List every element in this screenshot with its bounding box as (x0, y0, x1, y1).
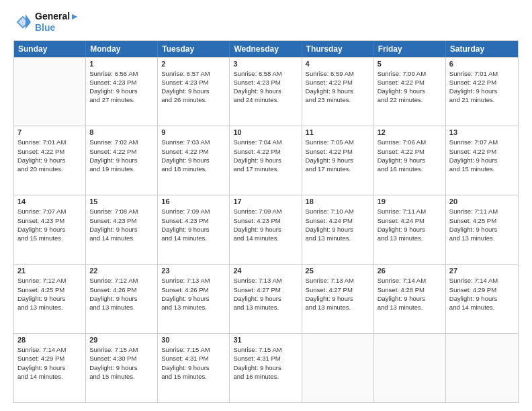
cal-cell-4-3: 31Sunrise: 7:15 AMSunset: 4:31 PMDayligh… (230, 334, 302, 402)
cal-cell-4-0: 28Sunrise: 7:14 AMSunset: 4:29 PMDayligh… (14, 334, 86, 402)
cal-cell-0-6: 6Sunrise: 7:01 AMSunset: 4:22 PMDaylight… (446, 58, 518, 126)
cal-cell-3-6: 27Sunrise: 7:14 AMSunset: 4:29 PMDayligh… (446, 265, 518, 333)
header-cell-saturday: Saturday (446, 41, 518, 57)
header-cell-tuesday: Tuesday (158, 41, 230, 57)
day-number: 30 (161, 336, 226, 344)
cal-cell-3-3: 24Sunrise: 7:13 AMSunset: 4:27 PMDayligh… (230, 265, 302, 333)
cal-cell-1-5: 12Sunrise: 7:06 AMSunset: 4:22 PMDayligh… (374, 126, 446, 195)
cal-cell-2-0: 14Sunrise: 7:07 AMSunset: 4:23 PMDayligh… (14, 195, 86, 264)
cal-cell-0-3: 3Sunrise: 6:58 AMSunset: 4:23 PMDaylight… (230, 58, 302, 126)
cal-cell-4-2: 30Sunrise: 7:15 AMSunset: 4:31 PMDayligh… (158, 334, 230, 402)
day-info: Sunrise: 7:01 AMSunset: 4:22 PMDaylight:… (449, 69, 515, 105)
cal-cell-3-4: 25Sunrise: 7:13 AMSunset: 4:27 PMDayligh… (302, 265, 374, 333)
cal-cell-3-1: 22Sunrise: 7:12 AMSunset: 4:26 PMDayligh… (86, 265, 158, 333)
day-number: 25 (306, 267, 370, 275)
cal-cell-0-1: 1Sunrise: 6:56 AMSunset: 4:23 PMDaylight… (86, 58, 158, 126)
day-number: 13 (449, 128, 515, 136)
cal-cell-3-5: 26Sunrise: 7:14 AMSunset: 4:28 PMDayligh… (374, 265, 446, 333)
cal-cell-2-5: 19Sunrise: 7:11 AMSunset: 4:24 PMDayligh… (374, 195, 446, 264)
day-number: 19 (378, 197, 442, 205)
day-number: 23 (161, 267, 226, 275)
cal-cell-4-6 (446, 334, 518, 402)
calendar-row-0: 1Sunrise: 6:56 AMSunset: 4:23 PMDaylight… (14, 57, 518, 126)
cal-cell-0-5: 5Sunrise: 7:00 AMSunset: 4:22 PMDaylight… (374, 58, 446, 126)
cal-cell-4-5 (374, 334, 446, 402)
page: General► Blue SundayMondayTuesdayWednesd… (0, 0, 532, 411)
day-info: Sunrise: 7:13 AMSunset: 4:26 PMDaylight:… (161, 276, 226, 312)
day-number: 28 (17, 336, 82, 344)
day-info: Sunrise: 7:06 AMSunset: 4:22 PMDaylight:… (378, 138, 442, 173)
day-info: Sunrise: 7:15 AMSunset: 4:30 PMDaylight:… (89, 345, 154, 381)
day-number: 27 (449, 267, 515, 275)
day-number: 2 (161, 60, 226, 68)
day-number: 5 (378, 60, 442, 68)
logo-icon (13, 13, 32, 32)
calendar-row-1: 7Sunrise: 7:01 AMSunset: 4:22 PMDaylight… (14, 126, 518, 195)
day-number: 26 (378, 267, 442, 275)
day-info: Sunrise: 7:09 AMSunset: 4:23 PMDaylight:… (161, 207, 226, 242)
logo-text: General► Blue (35, 11, 79, 34)
cal-cell-2-6: 20Sunrise: 7:11 AMSunset: 4:25 PMDayligh… (446, 195, 518, 264)
day-info: Sunrise: 7:11 AMSunset: 4:25 PMDaylight:… (449, 207, 515, 242)
header-cell-sunday: Sunday (14, 41, 86, 57)
cal-cell-3-2: 23Sunrise: 7:13 AMSunset: 4:26 PMDayligh… (158, 265, 230, 333)
day-info: Sunrise: 6:59 AMSunset: 4:22 PMDaylight:… (306, 69, 370, 105)
cal-cell-2-2: 16Sunrise: 7:09 AMSunset: 4:23 PMDayligh… (158, 195, 230, 264)
calendar-row-2: 14Sunrise: 7:07 AMSunset: 4:23 PMDayligh… (14, 195, 518, 264)
cal-cell-0-0 (14, 58, 86, 126)
day-number: 12 (378, 128, 442, 136)
cal-cell-1-4: 11Sunrise: 7:05 AMSunset: 4:22 PMDayligh… (302, 126, 374, 195)
cal-cell-2-1: 15Sunrise: 7:08 AMSunset: 4:23 PMDayligh… (86, 195, 158, 264)
day-number: 14 (17, 197, 82, 205)
cal-cell-1-3: 10Sunrise: 7:04 AMSunset: 4:22 PMDayligh… (230, 126, 302, 195)
cal-cell-0-2: 2Sunrise: 6:57 AMSunset: 4:23 PMDaylight… (158, 58, 230, 126)
day-info: Sunrise: 7:03 AMSunset: 4:22 PMDaylight:… (161, 138, 226, 173)
day-number: 21 (17, 267, 82, 275)
day-info: Sunrise: 7:14 AMSunset: 4:28 PMDaylight:… (378, 276, 442, 312)
calendar-header: SundayMondayTuesdayWednesdayThursdayFrid… (14, 41, 518, 57)
header-cell-monday: Monday (86, 41, 158, 57)
day-info: Sunrise: 7:10 AMSunset: 4:24 PMDaylight:… (306, 207, 370, 242)
cal-cell-1-1: 8Sunrise: 7:02 AMSunset: 4:22 PMDaylight… (86, 126, 158, 195)
day-info: Sunrise: 7:02 AMSunset: 4:22 PMDaylight:… (89, 138, 154, 173)
cal-cell-4-4 (302, 334, 374, 402)
cal-cell-1-0: 7Sunrise: 7:01 AMSunset: 4:22 PMDaylight… (14, 126, 86, 195)
cal-cell-2-4: 18Sunrise: 7:10 AMSunset: 4:24 PMDayligh… (302, 195, 374, 264)
day-number: 18 (306, 197, 370, 205)
cal-cell-3-0: 21Sunrise: 7:12 AMSunset: 4:25 PMDayligh… (14, 265, 86, 333)
day-info: Sunrise: 6:56 AMSunset: 4:23 PMDaylight:… (89, 69, 154, 105)
day-info: Sunrise: 7:14 AMSunset: 4:29 PMDaylight:… (17, 345, 82, 381)
day-number: 11 (306, 128, 370, 136)
day-number: 24 (233, 267, 298, 275)
day-info: Sunrise: 7:14 AMSunset: 4:29 PMDaylight:… (449, 276, 515, 312)
day-number: 29 (89, 336, 154, 344)
day-number: 1 (89, 60, 154, 68)
cal-cell-1-2: 9Sunrise: 7:03 AMSunset: 4:22 PMDaylight… (158, 126, 230, 195)
day-info: Sunrise: 7:07 AMSunset: 4:23 PMDaylight:… (17, 207, 82, 242)
header-cell-thursday: Thursday (302, 41, 374, 57)
day-number: 20 (449, 197, 515, 205)
day-info: Sunrise: 7:07 AMSunset: 4:22 PMDaylight:… (449, 138, 515, 173)
day-info: Sunrise: 7:01 AMSunset: 4:22 PMDaylight:… (17, 138, 82, 173)
day-info: Sunrise: 6:58 AMSunset: 4:23 PMDaylight:… (233, 69, 298, 105)
day-info: Sunrise: 7:13 AMSunset: 4:27 PMDaylight:… (306, 276, 370, 312)
calendar-row-3: 21Sunrise: 7:12 AMSunset: 4:25 PMDayligh… (14, 264, 518, 333)
day-number: 16 (161, 197, 226, 205)
day-number: 31 (233, 336, 298, 344)
day-number: 4 (306, 60, 370, 68)
cal-cell-2-3: 17Sunrise: 7:09 AMSunset: 4:23 PMDayligh… (230, 195, 302, 264)
day-number: 3 (233, 60, 298, 68)
cal-cell-4-1: 29Sunrise: 7:15 AMSunset: 4:30 PMDayligh… (86, 334, 158, 402)
day-info: Sunrise: 7:08 AMSunset: 4:23 PMDaylight:… (89, 207, 154, 242)
day-number: 7 (17, 128, 82, 136)
header-cell-wednesday: Wednesday (230, 41, 302, 57)
calendar: SundayMondayTuesdayWednesdayThursdayFrid… (13, 40, 519, 403)
day-info: Sunrise: 7:15 AMSunset: 4:31 PMDaylight:… (161, 345, 226, 381)
day-number: 15 (89, 197, 154, 205)
day-number: 17 (233, 197, 298, 205)
logo: General► Blue (13, 11, 79, 34)
day-info: Sunrise: 6:57 AMSunset: 4:23 PMDaylight:… (161, 69, 226, 105)
calendar-body: 1Sunrise: 6:56 AMSunset: 4:23 PMDaylight… (14, 57, 518, 402)
day-info: Sunrise: 7:05 AMSunset: 4:22 PMDaylight:… (306, 138, 370, 173)
day-info: Sunrise: 7:04 AMSunset: 4:22 PMDaylight:… (233, 138, 298, 173)
